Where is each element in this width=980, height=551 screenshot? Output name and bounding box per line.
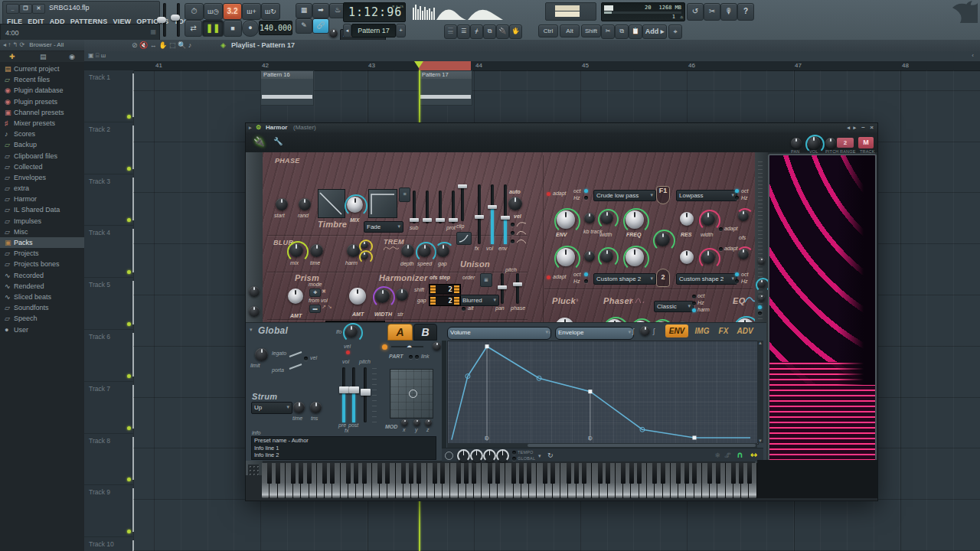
pattern-next-button[interactable]: +: [396, 24, 406, 37]
editor-tab-img[interactable]: IMG: [691, 324, 713, 337]
detach-icon[interactable]: −: [861, 123, 865, 132]
browser-item[interactable]: ▱Collected: [0, 161, 84, 172]
preset-next-icon[interactable]: ▸: [853, 123, 856, 132]
gpitch-slider[interactable]: [364, 367, 367, 422]
playlist-window-button[interactable]: 𝄚: [444, 24, 457, 39]
auto-knob[interactable]: [508, 197, 522, 210]
browser-item[interactable]: ▤Current project: [0, 64, 84, 74]
center-button[interactable]: ⌖: [668, 24, 682, 39]
smoothing-knob[interactable]: [329, 29, 338, 37]
envelope-graph[interactable]: ÐÐ: [447, 341, 759, 445]
env-slider[interactable]: [504, 184, 507, 244]
track-header[interactable]: Track 9: [84, 485, 133, 537]
harmonizer-amt-knob[interactable]: [349, 288, 366, 305]
editor-tab[interactable]: ENV: [665, 324, 688, 337]
sub-slider-1[interactable]: [413, 191, 416, 223]
browser-item[interactable]: ▱Projects bones: [0, 259, 84, 269]
f1-kbtrack-knob[interactable]: [584, 213, 595, 223]
blur-harm-knob[interactable]: [347, 244, 360, 257]
cut-button[interactable]: ✂: [601, 24, 615, 39]
pattern-selector[interactable]: Pattern 17: [351, 24, 396, 37]
vel-curve-1[interactable]: [516, 220, 527, 227]
browser-item[interactable]: ∿Rendered: [0, 281, 84, 292]
browser-item[interactable]: ▱Recent files: [0, 74, 84, 85]
master-pitch-slider[interactable]: [163, 3, 166, 37]
mod-xy-pad[interactable]: [390, 369, 433, 419]
wait-for-input-button[interactable]: ш◷: [204, 3, 223, 20]
editor-articulator-select[interactable]: Envelope: [555, 327, 634, 340]
browser-item[interactable]: ◉Plugin presets: [0, 96, 84, 107]
prism-fromvol-icons[interactable]: ↗ ↘: [322, 304, 332, 310]
part-morph-knob[interactable]: [433, 342, 441, 350]
strum-tns-knob[interactable]: [310, 402, 322, 413]
phase-start-knob[interactable]: [276, 198, 288, 210]
shift-value[interactable]: 2: [429, 284, 461, 295]
prism-fromvol-minus[interactable]: ▬: [309, 305, 321, 313]
metronome-button[interactable]: ⏱: [185, 3, 204, 20]
vol-slider[interactable]: [491, 184, 494, 244]
link-button[interactable]: 🔗: [312, 18, 329, 34]
pitch-knob[interactable]: [825, 138, 836, 148]
phaser-mode[interactable]: Classic: [654, 301, 694, 312]
strum-time-knob[interactable]: [293, 402, 305, 413]
browser-item[interactable]: ▱Impulses: [0, 216, 84, 227]
env-reset-icon[interactable]: ↻: [547, 452, 554, 459]
mod-z-knob[interactable]: [425, 419, 432, 426]
filter1-mode-b[interactable]: Lowpass: [676, 190, 737, 201]
browser-item[interactable]: ▱Speech: [0, 313, 84, 324]
stretch-icon[interactable]: ↔: [750, 450, 757, 460]
timbre-display-a[interactable]: [318, 189, 345, 218]
browser-item[interactable]: ∿Sliced beats: [0, 292, 84, 302]
slide-icon[interactable]: ✎: [296, 18, 312, 34]
eject-icon[interactable]: ⏏: [680, 14, 683, 19]
track-header[interactable]: Track 8: [84, 434, 133, 486]
track-header[interactable]: Track 1: [84, 70, 133, 122]
track-header[interactable]: Track 7: [84, 382, 133, 434]
sub-slider-2[interactable]: [426, 191, 429, 223]
vel-curve-3[interactable]: [516, 236, 527, 244]
pattern-prev-button[interactable]: ◂: [343, 24, 351, 37]
prot-slider[interactable]: [452, 191, 455, 223]
part-a-tab[interactable]: A: [387, 324, 413, 341]
browser-item[interactable]: ▱Clipboard files: [0, 151, 84, 161]
unison-phase-slider[interactable]: [516, 273, 519, 304]
wrench-icon[interactable]: 🔧: [273, 137, 283, 145]
plugin-picker-button[interactable]: 🔌: [496, 24, 509, 39]
mod-x-knob[interactable]: [401, 419, 408, 426]
browser-item[interactable]: ▱Projects: [0, 248, 84, 259]
prism-amt-knob[interactable]: [288, 289, 303, 304]
unison-pan-slider[interactable]: [501, 273, 504, 304]
time-display[interactable]: 1:12:96 M S CS: [343, 2, 406, 22]
prism-mode-x[interactable]: ✖: [322, 289, 326, 295]
add-button[interactable]: Add ▸: [642, 24, 667, 39]
master-volume-slider[interactable]: [177, 3, 180, 37]
playlist-tool-icons[interactable]: ⊘ 🔇 ↔ ✋ ⬚ 🔍 ♪: [132, 41, 191, 49]
track-badge[interactable]: M: [858, 137, 874, 148]
browser-item[interactable]: ▱Soundfonts: [0, 302, 84, 313]
f1-res-knob[interactable]: [680, 212, 694, 226]
browser-item[interactable]: ▣Channel presets: [0, 107, 84, 118]
env-tempo-label[interactable]: TEMPO: [518, 450, 534, 455]
blur-time-knob[interactable]: [310, 244, 323, 257]
f2-kbtrack-knob[interactable]: [584, 251, 595, 262]
stop-button[interactable]: ■: [224, 20, 242, 37]
cut-tool-button[interactable]: ✂: [704, 3, 720, 21]
tempo-display[interactable]: 140.000: [259, 21, 292, 35]
browser-tab-files-icon[interactable]: ▤: [40, 53, 47, 60]
gap-value[interactable]: 2: [429, 295, 461, 306]
filter2-mode-a[interactable]: Custom shape 2: [593, 273, 656, 285]
playlist-scroll-icon[interactable]: ‹: [972, 52, 974, 59]
filter2-mode-b[interactable]: Custom shape 2: [676, 273, 737, 285]
rframe-knob-1[interactable]: [758, 258, 765, 265]
midi-plug-icon[interactable]: 🔌: [253, 136, 265, 147]
track-header[interactable]: Track 10: [84, 537, 133, 551]
loop-region[interactable]: [419, 61, 471, 70]
modifier-key-button[interactable]: Ctrl: [538, 24, 558, 37]
mixer-window-button[interactable]: ᚋ: [470, 24, 483, 39]
trem-depth-knob[interactable]: [401, 244, 414, 257]
limit-knob[interactable]: [255, 348, 268, 361]
filter1-envmode-a[interactable]: Crude low pass: [593, 190, 656, 201]
harmor-titlebar[interactable]: ▸ ⚙ Harmor (Master) ◂ ▸ − ×: [246, 123, 877, 132]
release-curve-icon[interactable]: ʃ: [653, 328, 655, 335]
help-button[interactable]: ?: [737, 3, 754, 21]
